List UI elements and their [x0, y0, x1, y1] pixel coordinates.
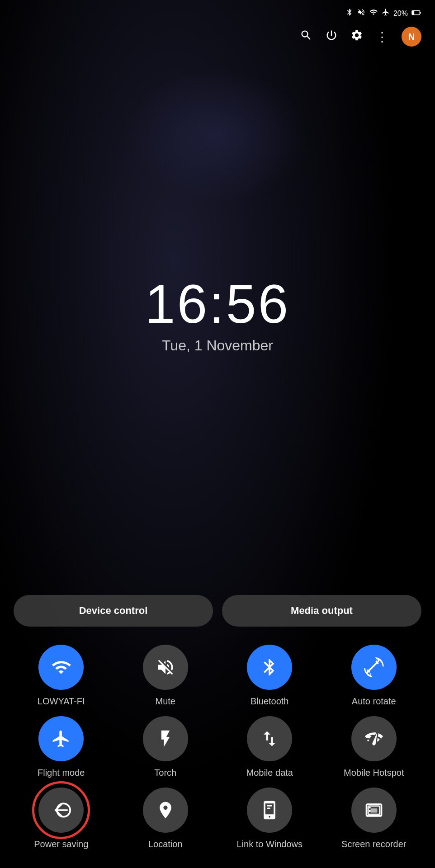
quick-tiles-grid: LOWYAT-FI Mute Bluetooth [14, 645, 421, 850]
user-avatar[interactable]: N [402, 27, 421, 47]
tile-flightmode-label: Flight mode [38, 767, 85, 778]
tile-linktowindows-icon [247, 788, 292, 833]
tile-flightmode[interactable]: Flight mode [14, 716, 109, 778]
tile-flightmode-icon [38, 716, 84, 761]
tile-mute[interactable]: Mute [118, 645, 213, 707]
tile-autorotate-icon [351, 645, 397, 690]
tile-powersaving-icon [38, 788, 84, 833]
tile-screenrecorder[interactable]: Screen recorder [326, 788, 422, 850]
tile-location[interactable]: Location [118, 788, 213, 850]
mute-status-icon [357, 8, 365, 19]
search-button[interactable] [300, 29, 312, 44]
tile-bluetooth[interactable]: Bluetooth [222, 645, 317, 707]
tile-location-label: Location [148, 838, 183, 850]
tile-hotspot-label: Mobile Hotspot [344, 767, 404, 778]
more-button[interactable]: ⋮ [376, 29, 389, 44]
tile-mobiledata[interactable]: Mobile data [222, 716, 317, 778]
tile-hotspot[interactable]: Mobile Hotspot [326, 716, 422, 778]
battery-percent: 20% [393, 9, 408, 18]
media-output-button[interactable]: Media output [222, 595, 421, 627]
tile-torch-label: Torch [154, 767, 176, 778]
tile-location-icon [143, 788, 188, 833]
tile-torch-icon [143, 716, 188, 761]
tile-powersaving-label: Power saving [34, 838, 88, 850]
tile-linktowindows-label: Link to Windows [236, 838, 303, 850]
tile-wifi-label: LOWYAT-FI [38, 695, 85, 707]
tile-hotspot-icon [351, 716, 397, 761]
tile-mute-icon [143, 645, 188, 690]
svg-rect-6 [370, 808, 377, 812]
device-control-button[interactable]: Device control [14, 595, 213, 627]
tile-bluetooth-label: Bluetooth [251, 695, 289, 707]
svg-rect-4 [267, 808, 270, 809]
svg-rect-3 [267, 805, 272, 807]
settings-button[interactable] [350, 29, 363, 44]
clock-area: 16:56 Tue, 1 November [0, 51, 435, 595]
bluetooth-status-icon [345, 8, 354, 19]
tile-mute-label: Mute [156, 695, 175, 707]
tile-powersaving[interactable]: Power saving [14, 788, 109, 850]
top-buttons-row: Device control Media output [14, 595, 421, 627]
quick-settings-panel: Device control Media output LOWYAT-FI [0, 595, 435, 868]
quick-actions-bar: ⋮ N [0, 23, 435, 51]
power-button[interactable] [325, 29, 338, 44]
status-icons: 20% [345, 8, 421, 19]
tile-wifi-icon [38, 645, 84, 690]
tile-torch[interactable]: Torch [118, 716, 213, 778]
status-bar: 20% [0, 0, 435, 23]
svg-rect-2 [420, 12, 421, 14]
clock-time: 16:56 [145, 274, 290, 334]
airplane-status-icon [382, 8, 390, 19]
tile-mobiledata-icon [247, 716, 292, 761]
tile-bluetooth-icon [247, 645, 292, 690]
tile-mobiledata-label: Mobile data [246, 767, 293, 778]
clock-date: Tue, 1 November [162, 337, 273, 354]
tile-autorotate-label: Auto rotate [352, 695, 396, 707]
svg-rect-1 [412, 11, 414, 14]
tile-linktowindows[interactable]: Link to Windows [222, 788, 317, 850]
tile-wifi[interactable]: LOWYAT-FI [14, 645, 109, 707]
wifi-status-icon [369, 8, 378, 19]
tile-screenrecorder-label: Screen recorder [341, 838, 406, 850]
tile-screenrecorder-icon [351, 788, 397, 833]
battery-icon [411, 9, 421, 18]
tile-autorotate[interactable]: Auto rotate [326, 645, 422, 707]
